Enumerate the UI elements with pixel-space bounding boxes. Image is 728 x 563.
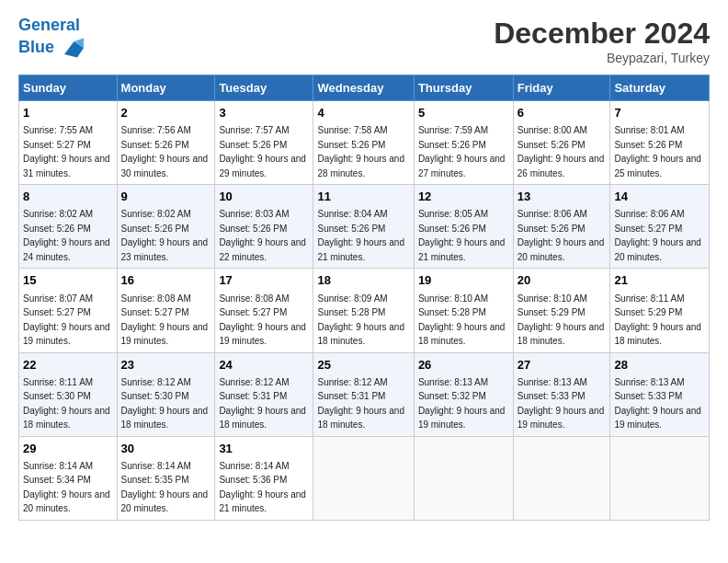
day-info: Sunrise: 7:55 AMSunset: 5:27 PMDaylight:… [23,125,110,178]
calendar-cell [313,436,414,520]
calendar-cell: 11Sunrise: 8:04 AMSunset: 5:26 PMDayligh… [313,185,414,269]
day-number: 18 [317,272,409,289]
month-title: December 2024 [494,17,710,51]
logo-general: General [18,16,80,34]
logo-icon [58,35,84,61]
calendar-cell: 18Sunrise: 8:09 AMSunset: 5:28 PMDayligh… [313,269,414,352]
day-number: 27 [518,357,607,373]
day-number: 26 [418,357,509,373]
calendar-cell: 27Sunrise: 8:13 AMSunset: 5:33 PMDayligh… [513,352,610,436]
col-header-sunday: Sunday [19,75,118,101]
calendar-cell: 24Sunrise: 8:12 AMSunset: 5:31 PMDayligh… [215,352,313,436]
day-info: Sunrise: 8:08 AMSunset: 5:27 PMDaylight:… [219,293,306,347]
calendar-cell [610,436,710,520]
logo-text: General [18,17,84,35]
logo: General Blue [18,17,84,61]
calendar-cell: 31Sunrise: 8:14 AMSunset: 5:36 PMDayligh… [215,436,313,520]
day-number: 1 [23,105,113,121]
day-info: Sunrise: 7:57 AMSunset: 5:26 PMDaylight:… [219,125,306,178]
col-header-tuesday: Tuesday [215,75,313,101]
day-number: 14 [614,189,705,205]
calendar-cell: 4Sunrise: 7:58 AMSunset: 5:26 PMDaylight… [313,101,414,185]
col-header-saturday: Saturday [610,75,710,101]
day-info: Sunrise: 8:12 AMSunset: 5:30 PMDaylight:… [121,377,209,431]
day-number: 12 [418,189,509,205]
day-number: 15 [23,272,113,289]
day-number: 22 [23,357,113,373]
day-number: 3 [219,105,309,121]
calendar-cell: 25Sunrise: 8:12 AMSunset: 5:31 PMDayligh… [313,352,414,436]
day-info: Sunrise: 7:58 AMSunset: 5:26 PMDaylight:… [317,125,404,178]
day-info: Sunrise: 8:10 AMSunset: 5:29 PMDaylight:… [518,293,605,347]
day-info: Sunrise: 8:13 AMSunset: 5:33 PMDaylight:… [614,377,701,431]
calendar-cell: 19Sunrise: 8:10 AMSunset: 5:28 PMDayligh… [414,269,513,352]
calendar-cell: 15Sunrise: 8:07 AMSunset: 5:27 PMDayligh… [19,269,118,352]
day-info: Sunrise: 8:12 AMSunset: 5:31 PMDaylight:… [219,377,306,431]
day-info: Sunrise: 8:11 AMSunset: 5:30 PMDaylight:… [23,377,110,431]
day-number: 10 [219,189,309,205]
page-header: General Blue December 2024 Beypazari, Tu… [18,17,710,65]
day-number: 25 [317,357,409,373]
day-info: Sunrise: 8:14 AMSunset: 5:35 PMDaylight:… [121,461,209,514]
day-number: 19 [418,272,509,289]
day-info: Sunrise: 7:56 AMSunset: 5:26 PMDaylight:… [121,125,209,178]
day-info: Sunrise: 8:14 AMSunset: 5:36 PMDaylight:… [219,461,306,514]
day-number: 5 [418,105,509,121]
calendar-cell: 13Sunrise: 8:06 AMSunset: 5:26 PMDayligh… [513,185,610,269]
day-number: 9 [121,189,211,205]
day-number: 24 [219,357,309,373]
day-number: 23 [121,357,211,373]
day-info: Sunrise: 8:13 AMSunset: 5:33 PMDaylight:… [518,377,605,431]
day-info: Sunrise: 8:13 AMSunset: 5:32 PMDaylight:… [418,377,506,431]
day-info: Sunrise: 8:04 AMSunset: 5:26 PMDaylight:… [317,209,404,262]
day-info: Sunrise: 8:10 AMSunset: 5:28 PMDaylight:… [418,293,506,347]
calendar-cell: 16Sunrise: 8:08 AMSunset: 5:27 PMDayligh… [117,269,215,352]
calendar-table: SundayMondayTuesdayWednesdayThursdayFrid… [18,75,710,521]
day-number: 29 [23,441,113,457]
page-container: General Blue December 2024 Beypazari, Tu… [0,0,728,530]
calendar-cell: 26Sunrise: 8:13 AMSunset: 5:32 PMDayligh… [414,352,513,436]
col-header-monday: Monday [117,75,215,101]
day-number: 17 [219,272,309,289]
day-info: Sunrise: 8:03 AMSunset: 5:26 PMDaylight:… [219,209,306,262]
calendar-cell: 6Sunrise: 8:00 AMSunset: 5:26 PMDaylight… [513,101,610,185]
calendar-cell: 29Sunrise: 8:14 AMSunset: 5:34 PMDayligh… [19,436,118,520]
calendar-cell: 23Sunrise: 8:12 AMSunset: 5:30 PMDayligh… [117,352,215,436]
calendar-cell: 20Sunrise: 8:10 AMSunset: 5:29 PMDayligh… [513,269,610,352]
title-block: December 2024 Beypazari, Turkey [494,17,710,65]
calendar-cell: 30Sunrise: 8:14 AMSunset: 5:35 PMDayligh… [117,436,215,520]
calendar-cell: 22Sunrise: 8:11 AMSunset: 5:30 PMDayligh… [19,352,118,436]
day-info: Sunrise: 8:02 AMSunset: 5:26 PMDaylight:… [121,209,209,262]
calendar-cell: 21Sunrise: 8:11 AMSunset: 5:29 PMDayligh… [610,269,710,352]
location: Beypazari, Turkey [494,51,710,65]
day-number: 8 [23,189,113,205]
day-number: 31 [219,441,309,457]
day-info: Sunrise: 8:07 AMSunset: 5:27 PMDaylight:… [23,293,110,347]
day-number: 4 [317,105,409,121]
col-header-wednesday: Wednesday [313,75,414,101]
calendar-cell: 1Sunrise: 7:55 AMSunset: 5:27 PMDaylight… [19,101,118,185]
day-info: Sunrise: 8:06 AMSunset: 5:26 PMDaylight:… [518,209,605,262]
day-number: 13 [518,189,607,205]
day-info: Sunrise: 8:06 AMSunset: 5:27 PMDaylight:… [614,209,701,262]
calendar-cell: 12Sunrise: 8:05 AMSunset: 5:26 PMDayligh… [414,185,513,269]
calendar-cell: 9Sunrise: 8:02 AMSunset: 5:26 PMDaylight… [117,185,215,269]
day-number: 2 [121,105,211,121]
day-info: Sunrise: 8:08 AMSunset: 5:27 PMDaylight:… [121,293,209,347]
day-info: Sunrise: 8:12 AMSunset: 5:31 PMDaylight:… [317,377,404,431]
calendar-cell: 17Sunrise: 8:08 AMSunset: 5:27 PMDayligh… [215,269,313,352]
calendar-cell: 14Sunrise: 8:06 AMSunset: 5:27 PMDayligh… [610,185,710,269]
day-info: Sunrise: 8:14 AMSunset: 5:34 PMDaylight:… [23,461,110,514]
calendar-cell: 2Sunrise: 7:56 AMSunset: 5:26 PMDaylight… [117,101,215,185]
day-number: 28 [614,357,705,373]
calendar-cell [513,436,610,520]
calendar-cell: 7Sunrise: 8:01 AMSunset: 5:26 PMDaylight… [610,101,710,185]
day-number: 11 [317,189,409,205]
col-header-thursday: Thursday [414,75,513,101]
day-info: Sunrise: 8:09 AMSunset: 5:28 PMDaylight:… [317,293,404,347]
day-info: Sunrise: 8:00 AMSunset: 5:26 PMDaylight:… [518,125,605,178]
logo-blue: Blue [18,39,54,57]
calendar-cell: 10Sunrise: 8:03 AMSunset: 5:26 PMDayligh… [215,185,313,269]
day-info: Sunrise: 8:11 AMSunset: 5:29 PMDaylight:… [614,293,701,347]
calendar-cell [414,436,513,520]
